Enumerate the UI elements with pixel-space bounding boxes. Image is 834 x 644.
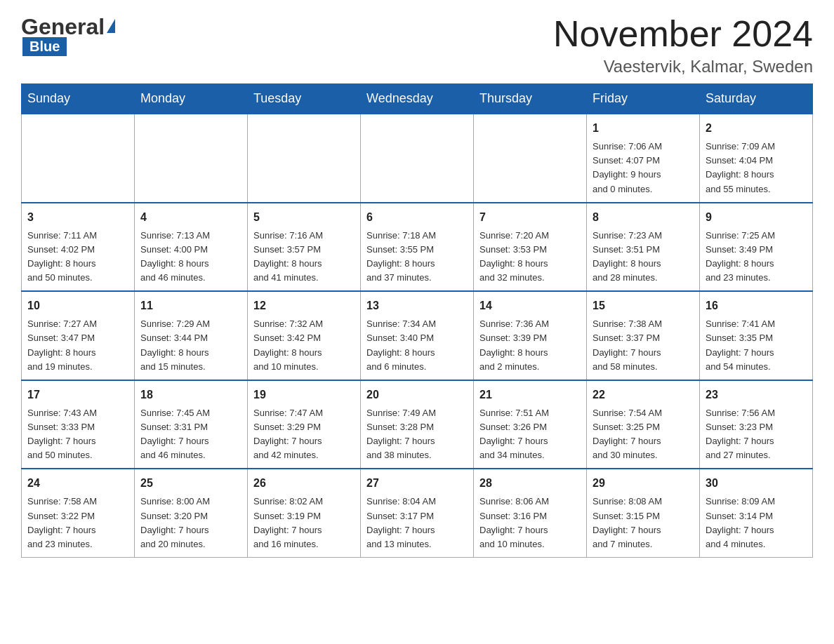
calendar-cell [22, 114, 135, 203]
day-number: 26 [253, 475, 355, 492]
calendar-cell: 6Sunrise: 7:18 AM Sunset: 3:55 PM Daylig… [361, 203, 474, 292]
day-number: 27 [366, 475, 468, 492]
day-number: 10 [27, 297, 128, 314]
calendar-cell: 22Sunrise: 7:54 AM Sunset: 3:25 PM Dayli… [587, 380, 700, 469]
calendar-cell: 8Sunrise: 7:23 AM Sunset: 3:51 PM Daylig… [587, 203, 700, 292]
day-number: 7 [479, 209, 581, 226]
day-number: 19 [253, 387, 355, 403]
day-number: 22 [593, 387, 694, 403]
day-info: Sunrise: 7:32 AM Sunset: 3:42 PM Dayligh… [253, 317, 355, 374]
day-info: Sunrise: 7:11 AM Sunset: 4:02 PM Dayligh… [27, 229, 128, 286]
column-header-saturday: Saturday [700, 84, 813, 114]
day-number: 12 [253, 297, 355, 314]
calendar-cell: 23Sunrise: 7:56 AM Sunset: 3:23 PM Dayli… [700, 380, 813, 469]
calendar-cell: 29Sunrise: 8:08 AM Sunset: 3:15 PM Dayli… [587, 469, 700, 557]
logo-triangle-icon [107, 19, 115, 33]
calendar-cell: 9Sunrise: 7:25 AM Sunset: 3:49 PM Daylig… [700, 203, 813, 292]
calendar-cell: 1Sunrise: 7:06 AM Sunset: 4:07 PM Daylig… [587, 114, 700, 203]
day-info: Sunrise: 7:58 AM Sunset: 3:22 PM Dayligh… [27, 495, 128, 551]
day-info: Sunrise: 7:25 AM Sunset: 3:49 PM Dayligh… [706, 229, 807, 286]
day-number: 6 [366, 209, 468, 226]
logo-blue-text: Blue [22, 37, 67, 56]
calendar-table: SundayMondayTuesdayWednesdayThursdayFrid… [21, 83, 813, 558]
calendar-cell: 2Sunrise: 7:09 AM Sunset: 4:04 PM Daylig… [700, 114, 813, 203]
calendar-cell: 17Sunrise: 7:43 AM Sunset: 3:33 PM Dayli… [22, 380, 135, 469]
day-number: 21 [479, 387, 581, 403]
calendar-cell: 16Sunrise: 7:41 AM Sunset: 3:35 PM Dayli… [700, 291, 813, 380]
calendar-cell [248, 114, 361, 203]
day-info: Sunrise: 7:38 AM Sunset: 3:37 PM Dayligh… [593, 317, 694, 374]
day-info: Sunrise: 8:06 AM Sunset: 3:16 PM Dayligh… [479, 495, 581, 551]
location: Vaestervik, Kalmar, Sweden [553, 57, 813, 76]
calendar-cell: 3Sunrise: 7:11 AM Sunset: 4:02 PM Daylig… [22, 203, 135, 292]
calendar-cell: 13Sunrise: 7:34 AM Sunset: 3:40 PM Dayli… [361, 291, 474, 380]
day-info: Sunrise: 7:06 AM Sunset: 4:07 PM Dayligh… [593, 140, 694, 196]
title-section: November 2024 Vaestervik, Kalmar, Sweden [553, 14, 813, 76]
day-number: 24 [27, 475, 128, 492]
column-header-tuesday: Tuesday [248, 84, 361, 114]
day-number: 29 [593, 475, 694, 492]
calendar-cell: 21Sunrise: 7:51 AM Sunset: 3:26 PM Dayli… [474, 380, 587, 469]
calendar-cell: 24Sunrise: 7:58 AM Sunset: 3:22 PM Dayli… [22, 469, 135, 557]
day-info: Sunrise: 8:04 AM Sunset: 3:17 PM Dayligh… [366, 495, 468, 551]
day-number: 15 [593, 297, 694, 314]
calendar-cell: 4Sunrise: 7:13 AM Sunset: 4:00 PM Daylig… [135, 203, 248, 292]
calendar-cell: 26Sunrise: 8:02 AM Sunset: 3:19 PM Dayli… [248, 469, 361, 557]
calendar-cell [135, 114, 248, 203]
calendar-cell: 20Sunrise: 7:49 AM Sunset: 3:28 PM Dayli… [361, 380, 474, 469]
day-number: 5 [253, 209, 355, 226]
day-info: Sunrise: 7:51 AM Sunset: 3:26 PM Dayligh… [479, 406, 581, 463]
day-info: Sunrise: 8:09 AM Sunset: 3:14 PM Dayligh… [706, 495, 807, 551]
day-number: 14 [479, 297, 581, 314]
day-number: 28 [479, 475, 581, 492]
calendar-week-2: 3Sunrise: 7:11 AM Sunset: 4:02 PM Daylig… [22, 203, 813, 292]
day-info: Sunrise: 7:34 AM Sunset: 3:40 PM Dayligh… [366, 317, 468, 374]
calendar-cell: 12Sunrise: 7:32 AM Sunset: 3:42 PM Dayli… [248, 291, 361, 380]
day-number: 9 [706, 209, 807, 226]
day-info: Sunrise: 7:54 AM Sunset: 3:25 PM Dayligh… [593, 406, 694, 463]
day-info: Sunrise: 7:56 AM Sunset: 3:23 PM Dayligh… [706, 406, 807, 463]
day-info: Sunrise: 7:16 AM Sunset: 3:57 PM Dayligh… [253, 229, 355, 286]
calendar-week-5: 24Sunrise: 7:58 AM Sunset: 3:22 PM Dayli… [22, 469, 813, 557]
day-info: Sunrise: 7:36 AM Sunset: 3:39 PM Dayligh… [479, 317, 581, 374]
day-number: 3 [27, 209, 128, 226]
day-info: Sunrise: 7:20 AM Sunset: 3:53 PM Dayligh… [479, 229, 581, 286]
day-number: 30 [706, 475, 807, 492]
calendar-cell: 15Sunrise: 7:38 AM Sunset: 3:37 PM Dayli… [587, 291, 700, 380]
day-info: Sunrise: 7:49 AM Sunset: 3:28 PM Dayligh… [366, 406, 468, 463]
calendar-cell: 7Sunrise: 7:20 AM Sunset: 3:53 PM Daylig… [474, 203, 587, 292]
day-info: Sunrise: 7:41 AM Sunset: 3:35 PM Dayligh… [706, 317, 807, 374]
calendar-cell: 5Sunrise: 7:16 AM Sunset: 3:57 PM Daylig… [248, 203, 361, 292]
day-info: Sunrise: 7:45 AM Sunset: 3:31 PM Dayligh… [140, 406, 241, 463]
day-number: 11 [140, 297, 241, 314]
day-info: Sunrise: 8:08 AM Sunset: 3:15 PM Dayligh… [593, 495, 694, 551]
logo: General Blue [21, 14, 115, 56]
day-info: Sunrise: 7:23 AM Sunset: 3:51 PM Dayligh… [593, 229, 694, 286]
day-info: Sunrise: 8:00 AM Sunset: 3:20 PM Dayligh… [140, 495, 241, 551]
day-info: Sunrise: 7:29 AM Sunset: 3:44 PM Dayligh… [140, 317, 241, 374]
calendar-cell: 18Sunrise: 7:45 AM Sunset: 3:31 PM Dayli… [135, 380, 248, 469]
column-header-sunday: Sunday [22, 84, 135, 114]
calendar-cell: 28Sunrise: 8:06 AM Sunset: 3:16 PM Dayli… [474, 469, 587, 557]
month-title: November 2024 [553, 14, 813, 54]
day-info: Sunrise: 7:47 AM Sunset: 3:29 PM Dayligh… [253, 406, 355, 463]
calendar-week-3: 10Sunrise: 7:27 AM Sunset: 3:47 PM Dayli… [22, 291, 813, 380]
day-number: 2 [706, 120, 807, 137]
calendar-cell: 14Sunrise: 7:36 AM Sunset: 3:39 PM Dayli… [474, 291, 587, 380]
day-info: Sunrise: 7:13 AM Sunset: 4:00 PM Dayligh… [140, 229, 241, 286]
day-number: 23 [706, 387, 807, 403]
calendar-header-row: SundayMondayTuesdayWednesdayThursdayFrid… [22, 84, 813, 114]
column-header-monday: Monday [135, 84, 248, 114]
calendar-cell: 25Sunrise: 8:00 AM Sunset: 3:20 PM Dayli… [135, 469, 248, 557]
calendar-cell: 19Sunrise: 7:47 AM Sunset: 3:29 PM Dayli… [248, 380, 361, 469]
day-number: 16 [706, 297, 807, 314]
column-header-thursday: Thursday [474, 84, 587, 114]
day-number: 13 [366, 297, 468, 314]
calendar-cell: 11Sunrise: 7:29 AM Sunset: 3:44 PM Dayli… [135, 291, 248, 380]
day-number: 8 [593, 209, 694, 226]
column-header-wednesday: Wednesday [361, 84, 474, 114]
day-info: Sunrise: 7:43 AM Sunset: 3:33 PM Dayligh… [27, 406, 128, 463]
calendar-week-4: 17Sunrise: 7:43 AM Sunset: 3:33 PM Dayli… [22, 380, 813, 469]
day-number: 20 [366, 387, 468, 403]
day-number: 1 [593, 120, 694, 137]
